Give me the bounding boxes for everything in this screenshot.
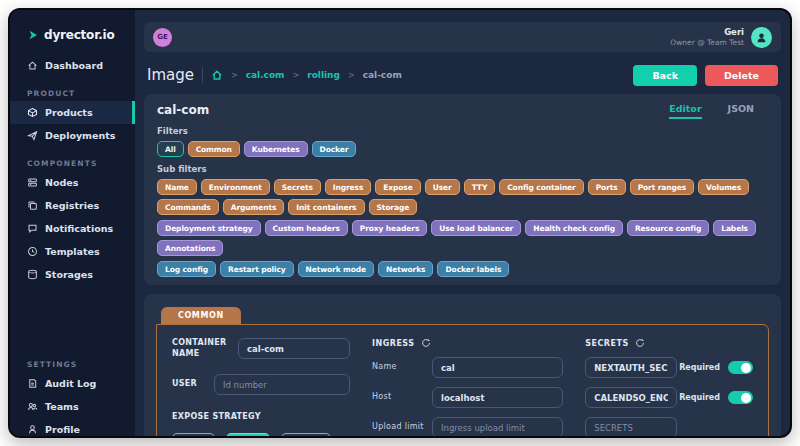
user-block[interactable]: Geri Owner @ Team Test [670,27,772,48]
secret-new-input[interactable] [585,417,677,436]
filter-chip-common[interactable]: Common [188,141,240,157]
sub-filter-chips-common: Name Environment Secrets Ingress Expose … [157,179,768,215]
sub-filter-chip[interactable]: Network mode [298,261,375,277]
breadcrumb-image: cal-com [363,70,402,80]
sub-filter-chip[interactable]: Custom headers [265,220,348,236]
panel-col-3: SECRETS Required Required [585,338,753,436]
brand-logo[interactable]: dyrector.io [10,24,135,54]
team-badge[interactable]: GE [153,28,172,47]
deploy-icon [27,130,38,141]
filter-chip-all[interactable]: All [157,141,184,157]
refresh-icon[interactable] [421,338,431,348]
sub-filter-chip[interactable]: Commands [157,199,219,215]
image-name: cal-com [157,103,209,117]
sidebar-item-label: Registries [45,200,99,211]
page-title: Image [147,66,194,84]
sub-filter-chip[interactable]: Secrets [274,179,321,195]
ingress-host-input[interactable] [432,387,563,408]
chevron-right-icon: > [348,71,355,80]
sub-filter-chip[interactable]: Port ranges [630,179,694,195]
required-toggle[interactable] [728,391,753,404]
delete-button[interactable]: Delete [705,65,778,86]
sub-filter-chip[interactable]: User [425,179,460,195]
filter-chip-kubernetes[interactable]: Kubernetes [244,141,308,157]
sub-filter-chip[interactable]: Proxy headers [352,220,428,236]
sidebar-item-nodes[interactable]: Nodes [10,171,135,194]
sidebar-item-dashboard[interactable]: Dashboard [10,54,135,77]
sub-filter-chip[interactable]: Docker labels [437,261,509,277]
avatar[interactable] [751,27,772,48]
sub-filter-chips-docker: Log config Restart policy Network mode N… [157,261,768,277]
document-icon [27,378,38,389]
breadcrumb-version[interactable]: rolling [307,70,340,80]
ingress-upload-input[interactable] [432,417,563,436]
sub-filter-chip[interactable]: Init containers [288,199,364,215]
chevron-right-icon: > [231,71,238,80]
user-input[interactable] [214,374,350,395]
app-window: dyrector.io Dashboard PRODUCT Products D… [8,8,792,438]
panel-col-1: CONTAINER NAME USER EXPOSE STRATEGY None… [172,338,350,436]
tab-json[interactable]: JSON [728,103,754,119]
sub-filter-chip[interactable]: Log config [157,261,216,277]
sidebar-item-products[interactable]: Products [10,101,135,124]
ingress-upload-label: Upload limit [372,422,432,432]
sidebar-item-label: Nodes [45,177,78,188]
sidebar-item-deployments[interactable]: Deployments [10,124,135,147]
sidebar-item-registries[interactable]: Registries [10,194,135,217]
sidebar-item-notifications[interactable]: Notifications [10,217,135,240]
database-icon [27,269,38,280]
expose-https-button[interactable]: HTTPS [281,433,330,436]
sub-filter-chip[interactable]: Environment [201,179,270,195]
common-section-tab[interactable]: COMMON [161,307,241,324]
sub-filter-chip[interactable]: Annotations [157,240,223,256]
sidebar-item-label: Dashboard [45,60,103,71]
sidebar-item-audit-log[interactable]: Audit Log [10,372,135,395]
sidebar-item-label: Deployments [45,130,115,141]
sidebar-item-storages[interactable]: Storages [10,263,135,286]
sub-filter-chip[interactable]: Ports [588,179,626,195]
sub-filter-chip[interactable]: Arguments [223,199,285,215]
sub-filter-chip[interactable]: Expose [375,179,420,195]
sub-filter-chip[interactable]: Deployment strategy [157,220,261,236]
sub-filter-chip[interactable]: Networks [378,261,433,277]
user-role: Owner @ Team Test [670,38,744,47]
sub-filters-label: Sub filters [157,164,768,174]
sub-filter-chip[interactable]: Health check config [525,220,623,236]
dyrector-logo-icon [27,29,39,41]
breadcrumb-product[interactable]: cal.com [246,70,285,80]
sub-filter-chip[interactable]: Name [157,179,197,195]
secret-key-input[interactable] [585,357,677,378]
filter-chip-docker[interactable]: Docker [312,141,357,157]
container-name-label: CONTAINER NAME [172,338,238,359]
sidebar-item-templates[interactable]: Templates [10,240,135,263]
container-name-input[interactable] [238,338,350,359]
main-area: GE Geri Owner @ Team Test Image > cal.co… [135,10,790,436]
required-toggle[interactable] [728,361,753,374]
person-icon [27,424,38,435]
secrets-label: SECRETS [585,339,628,348]
filter-chips: All Common Kubernetes Docker [157,141,768,157]
back-button[interactable]: Back [633,65,697,86]
home-icon[interactable] [211,69,223,81]
sidebar-item-teams[interactable]: Teams [10,395,135,418]
sub-filter-chip[interactable]: Config container [499,179,584,195]
sidebar-item-profile[interactable]: Profile [10,418,135,438]
refresh-icon[interactable] [635,338,645,348]
copy-icon [27,200,38,211]
sub-filter-chip[interactable]: Labels [713,220,756,236]
sub-filter-chip[interactable]: Ingress [325,179,372,195]
expose-none-button[interactable]: None [172,433,215,436]
secret-key-input[interactable] [585,387,677,408]
sub-filter-chip[interactable]: TTY [464,179,496,195]
expose-http-button[interactable]: HTTP [226,433,270,436]
sidebar-section-components: COMPONENTS [10,147,135,171]
tab-editor[interactable]: Editor [669,103,701,119]
sidebar-item-label: Storages [45,269,93,280]
sub-filter-chip[interactable]: Volumes [698,179,749,195]
sub-filter-chip[interactable]: Restart policy [220,261,293,277]
sub-filter-chip[interactable]: Storage [369,199,418,215]
sub-filter-chip[interactable]: Resource config [627,220,709,236]
sidebar-item-label: Teams [45,401,79,412]
ingress-name-input[interactable] [432,357,563,378]
sub-filter-chip[interactable]: Use load balancer [431,220,521,236]
